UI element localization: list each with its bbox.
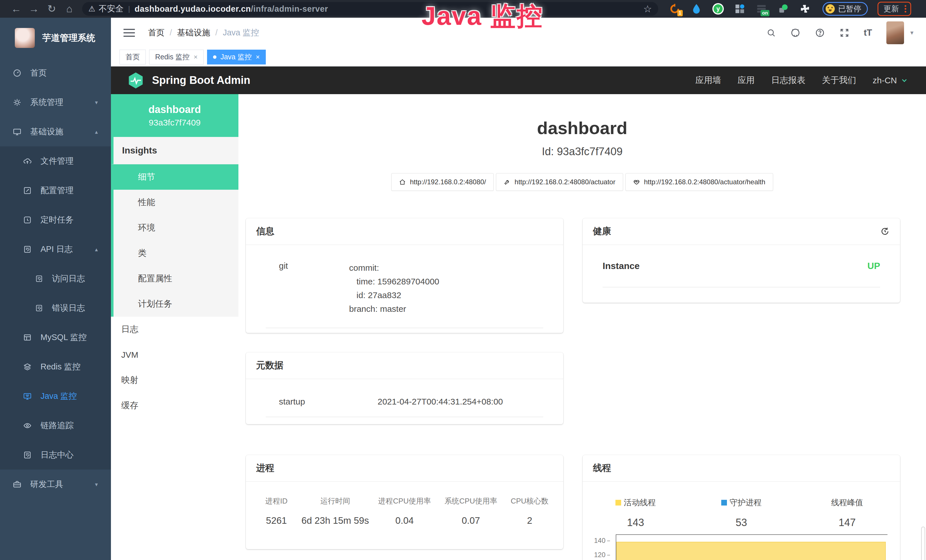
cloud-upload-icon [23,157,32,166]
legend-value: 147 [794,517,900,529]
chevron-down-icon: ▾ [95,99,98,106]
paused-profile-chip[interactable]: 已暂停 [823,2,868,16]
puzzle-extensions-menu-icon[interactable] [799,3,811,15]
info-card: 信息 git commit: time: 1596289704000 id: 2… [246,218,563,333]
menu-item-classes[interactable]: 类 [111,241,238,266]
sidebar-item-log-center[interactable]: 日志中心 [0,440,111,469]
address-divider: | [128,5,130,14]
threads-legend: 活动线程 143 守护进程 53 [583,482,900,529]
app-title: 芋道管理系统 [42,32,95,44]
security-label[interactable]: 不安全 [99,3,124,15]
sidebar-item-tracing[interactable]: 链路追踪 [0,411,111,440]
sba-locale-select[interactable]: zh-CN [873,76,908,85]
app-sidebar: 芋道管理系统 首页 系统管理 ▾ 基础设施 ▴ 文件管理 [0,18,111,560]
sidebar-item-label: API 日志 [41,244,73,255]
sidebar-item-dev-tools[interactable]: 研发工具 ▾ [0,469,111,499]
legend-swatch-blue [721,500,727,506]
sidebar-item-config-management[interactable]: 配置管理 [0,176,111,205]
history-icon[interactable] [880,227,890,236]
screen: ← → ↻ ⌂ ⚠ 不安全 | dashboard.yudao.iocoder.… [0,0,926,560]
menu-item-mappings[interactable]: 映射 [111,368,238,393]
extension-badge: 1 [677,10,683,16]
back-icon[interactable]: ← [8,0,25,18]
sidebar-item-infrastructure[interactable]: 基础设施 ▴ [0,117,111,146]
font-size-icon[interactable]: tT [864,28,872,38]
sba-nav-journal[interactable]: 日志报表 [771,74,805,86]
leaf-extension-icon[interactable] [778,3,789,15]
menu-item-logs[interactable]: 日志 [111,317,238,342]
threads-card-header: 线程 [583,455,900,482]
pin-extension-icon[interactable] [691,3,702,15]
avatar-caret-icon[interactable]: ▾ [910,29,914,36]
breadcrumb-item-infrastructure[interactable]: 基础设施 [177,27,210,38]
menu-item-metrics[interactable]: 性能 [111,190,238,215]
instance-header[interactable]: dashboard 93a3fc7f7409 [111,94,238,137]
help-icon[interactable] [815,28,825,38]
browser-menu-icon[interactable] [905,5,906,12]
sidebar-item-file-management[interactable]: 文件管理 [0,146,111,176]
tab-close-icon[interactable]: × [256,53,260,61]
log-icon [23,451,32,460]
sidebar-item-label: MySQL 监控 [41,332,87,343]
user-avatar[interactable] [887,21,904,44]
sidebar-item-access-logs[interactable]: 访问日志 [0,264,111,293]
bookmark-star-icon[interactable]: ☆ [643,3,652,15]
health-status-badge: UP [867,261,880,271]
github-icon[interactable] [790,28,800,38]
actuator-url-button[interactable]: http://192.168.0.2:48080/actuator [496,173,623,191]
sidebar-item-scheduled-jobs[interactable]: 定时任务 [0,205,111,235]
tab-home[interactable]: 首页 [120,50,146,65]
eye-icon [23,421,32,430]
wrench-icon [504,179,510,185]
sba-nav-wallboard[interactable]: 应用墙 [695,74,721,86]
sba-body: dashboard 93a3fc7f7409 Insights 细节 性能 环境… [111,94,926,560]
sidebar-item-mysql-monitor[interactable]: MySQL 监控 [0,322,111,352]
tab-redis-monitor[interactable]: Redis 监控 × [149,50,204,65]
grid-extension-icon[interactable] [734,3,746,15]
search-icon[interactable] [766,28,776,38]
address-bar[interactable]: ⚠ 不安全 | dashboard.yudao.iocoder.cn /infr… [82,2,658,16]
tab-java-monitor[interactable]: Java 监控 × [207,50,266,65]
y-circle-extension-icon[interactable]: y [713,3,724,15]
menu-item-config-props[interactable]: 配置属性 [111,266,238,291]
cpu-cores: 2 [504,515,555,526]
home-icon[interactable]: ⌂ [61,0,78,18]
process-pid: 5261 [254,515,299,526]
reload-icon[interactable]: ↻ [43,0,61,18]
sba-nav-about[interactable]: 关于我们 [822,74,856,86]
breadcrumb-item-home[interactable]: 首页 [148,27,165,38]
sidebar-item-redis-monitor[interactable]: Redis 监控 [0,352,111,381]
tab-label: Redis 监控 [155,52,190,62]
sidebar-item-label: 错误日志 [52,303,85,314]
security-warning-icon[interactable]: ⚠ [88,4,95,14]
menu-item-details[interactable]: 细节 [111,164,238,190]
forward-icon[interactable]: → [25,0,43,18]
page-scrollbar-thumb[interactable] [921,527,925,560]
sidebar-item-java-monitor[interactable]: Java 监控 [0,381,111,411]
metadata-card-header: 元数据 [246,352,563,379]
url-path: /infra/admin-server [251,4,328,14]
menu-item-scheduled-tasks[interactable]: 计划任务 [111,291,238,317]
reader-extension-icon[interactable]: on [756,3,767,15]
colorzilla-extension-icon[interactable]: 1 [669,3,681,15]
health-url-button[interactable]: http://192.168.0.2:48080/actuator/health [625,173,773,191]
sidebar-item-home[interactable]: 首页 [0,58,111,88]
sidebar-item-system[interactable]: 系统管理 ▾ [0,88,111,117]
menu-item-environment[interactable]: 环境 [111,215,238,241]
menu-item-caches[interactable]: 缓存 [111,393,238,418]
sidebar-item-label: 链路追踪 [41,420,74,431]
sba-nav-applications[interactable]: 应用 [737,74,755,86]
toolbox-icon [12,480,22,489]
fullscreen-icon[interactable] [839,28,850,38]
sba-navbar: Spring Boot Admin 应用墙 应用 日志报表 关于我们 zh-CN [111,67,926,94]
update-button[interactable]: 更新 [878,2,911,16]
app-logo-row[interactable]: 芋道管理系统 [0,18,111,58]
sidebar-item-error-logs[interactable]: 错误日志 [0,293,111,322]
service-url-button[interactable]: http://192.168.0.2:48080/ [391,173,494,191]
sidebar-item-label: 访问日志 [52,273,85,285]
health-row-instance: Instance UP [602,245,880,287]
sidebar-item-api-logs[interactable]: API 日志 ▴ [0,235,111,264]
sidebar-toggle-icon[interactable] [124,29,135,37]
tab-close-icon[interactable]: × [194,53,198,61]
menu-item-jvm[interactable]: JVM [111,342,238,368]
